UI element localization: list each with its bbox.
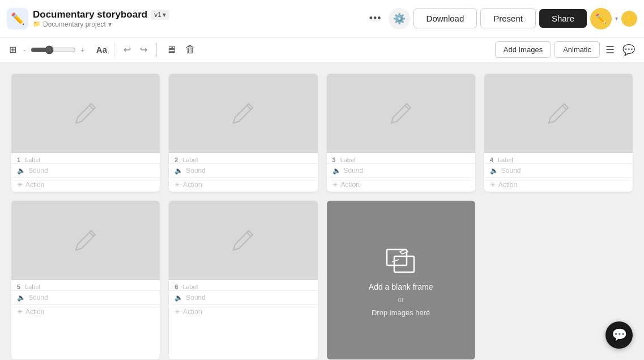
card-label-1: Label xyxy=(25,156,40,163)
card-action-field-2: ✳ Action xyxy=(169,177,317,192)
sound-icon-4: 🔈 xyxy=(490,167,498,175)
pencil-placeholder-icon xyxy=(71,99,100,128)
present-button[interactable]: Present xyxy=(480,9,536,28)
undo-icon: ↩ xyxy=(123,45,131,54)
lightning-badge: ⚡ xyxy=(621,11,637,27)
gear-icon: ⚙️ xyxy=(393,12,406,25)
share-button[interactable]: Share xyxy=(539,9,587,28)
share-screen-icon: 🖥 xyxy=(166,44,176,55)
speaker-notes-icon: 💬 xyxy=(622,44,635,56)
chat-button[interactable]: 💬 xyxy=(605,321,633,349)
app-logo: ✏️ xyxy=(7,8,28,29)
svg-rect-6 xyxy=(387,249,407,265)
action-icon-6: ✳ xyxy=(174,308,180,316)
card-sound-field-3: 🔈 Sound xyxy=(327,163,475,177)
action-icon-5: ✳ xyxy=(17,308,23,316)
sound-label-1: Sound xyxy=(28,167,48,175)
storyboard-card-1: 1 Label 🔈 Sound ✳ Action xyxy=(11,74,160,192)
card-number-6: 6 xyxy=(174,283,178,290)
card-number-5: 5 xyxy=(17,283,20,290)
card-label-5: Label xyxy=(25,283,40,290)
card-meta-4: 4 Label xyxy=(484,153,633,163)
card-meta-5: 5 Label xyxy=(11,280,160,290)
sound-label-3: Sound xyxy=(344,167,364,175)
sound-icon-1: 🔈 xyxy=(17,167,25,175)
storyboard-card-3: 3 Label 🔈 Sound ✳ Action xyxy=(327,74,475,192)
pencil-placeholder-icon-4 xyxy=(544,99,573,128)
grid-view-button[interactable]: ⊞ xyxy=(7,42,19,57)
toolbar: ⊞ - + Aa ↩ ↪ 🖥 🗑 Add Images Animatic ☰ 💬 xyxy=(0,37,644,62)
card-row-1: 1 Label 🔈 Sound ✳ Action xyxy=(11,74,633,192)
redo-button[interactable]: ↪ xyxy=(138,42,150,57)
card-image-2 xyxy=(169,74,317,153)
font-button[interactable]: Aa xyxy=(96,45,107,54)
action-label-4: Action xyxy=(498,181,517,189)
share-screen-button[interactable]: 🖥 xyxy=(164,41,178,58)
action-icon-3: ✳ xyxy=(332,181,338,189)
download-button[interactable]: Download xyxy=(413,9,477,28)
more-options-button[interactable]: ••• xyxy=(366,9,385,28)
add-frame-text: Add a blank frame xyxy=(369,282,433,291)
settings-button[interactable]: ⚙️ xyxy=(389,8,410,29)
folder-icon: 📁 xyxy=(33,20,41,28)
card-number-1: 1 xyxy=(17,156,20,163)
card-number-2: 2 xyxy=(174,156,178,163)
pencil-placeholder-icon-5 xyxy=(71,226,100,255)
drop-images-label: Drop images here xyxy=(372,308,430,317)
action-label-1: Action xyxy=(25,181,44,189)
zoom-plus-icon: + xyxy=(80,45,85,54)
avatar-icon: ✏️ xyxy=(595,13,607,24)
redo-icon: ↪ xyxy=(140,45,147,54)
undo-button[interactable]: ↩ xyxy=(121,42,133,57)
delete-button[interactable]: 🗑 xyxy=(183,41,198,58)
card-action-field-4: ✳ Action xyxy=(484,177,633,192)
grid-icon: ⊞ xyxy=(9,45,16,54)
sound-icon-6: 🔈 xyxy=(174,294,183,302)
card-sound-field-5: 🔈 Sound xyxy=(11,290,160,304)
action-label-3: Action xyxy=(341,181,360,189)
toolbar-separator-2 xyxy=(156,43,157,57)
animatic-button[interactable]: Animatic xyxy=(555,41,600,58)
card-sound-field-6: 🔈 Sound xyxy=(169,290,317,304)
dots-label: ••• xyxy=(369,12,382,24)
user-avatar-button[interactable]: ✏️ xyxy=(590,8,612,29)
title-area: Documentary storyboard v1 ▾ 📁 Documentar… xyxy=(33,9,361,28)
card-meta-2: 2 Label xyxy=(169,153,317,163)
card-number-4: 4 xyxy=(490,156,493,163)
add-frame-icon xyxy=(384,244,418,278)
zoom-slider[interactable] xyxy=(31,45,76,54)
add-images-button[interactable]: Add Images xyxy=(495,41,551,58)
logo-icon: ✏️ xyxy=(11,12,25,26)
speaker-notes-button[interactable]: 💬 xyxy=(620,41,637,58)
card-image-3 xyxy=(327,74,475,153)
list-view-icon: ☰ xyxy=(605,44,615,56)
card-num-label-1: 1 Label xyxy=(17,156,154,163)
version-badge[interactable]: v1 ▾ xyxy=(151,10,169,20)
breadcrumb: 📁 Documentary project ▾ xyxy=(33,20,361,28)
storyboard-card-4: 4 Label 🔈 Sound ✳ Action xyxy=(484,74,633,192)
list-view-button[interactable]: ☰ xyxy=(603,41,617,58)
canvas: 1 Label 🔈 Sound ✳ Action xyxy=(0,62,644,360)
card-sound-field-1: 🔈 Sound xyxy=(11,163,160,177)
action-label-2: Action xyxy=(183,181,202,189)
document-title: Documentary storyboard xyxy=(33,9,147,20)
sound-icon-3: 🔈 xyxy=(332,167,341,175)
card-label-3: Label xyxy=(340,156,356,163)
card-row-2: 5 Label 🔈 Sound ✳ Action xyxy=(11,201,633,359)
card-image-4 xyxy=(484,74,633,153)
card-meta-3: 3 Label xyxy=(327,153,475,163)
trash-icon: 🗑 xyxy=(185,44,195,55)
pencil-placeholder-icon-2 xyxy=(229,99,257,128)
add-frame-or: or xyxy=(398,296,404,304)
lightning-icon: ⚡ xyxy=(625,14,634,23)
add-blank-frame-button[interactable]: Add a blank frame or Drop images here xyxy=(327,201,475,359)
pencil-placeholder-icon-6 xyxy=(229,226,257,255)
chat-icon: 💬 xyxy=(612,328,627,342)
breadcrumb-chevron-icon: ▾ xyxy=(108,20,112,28)
card-sound-field-4: 🔈 Sound xyxy=(484,163,633,177)
card-label-4: Label xyxy=(498,156,513,163)
card-image-6 xyxy=(169,201,317,280)
sound-icon-5: 🔈 xyxy=(17,294,25,302)
action-label-5: Action xyxy=(25,308,44,316)
card-image-5 xyxy=(11,201,160,280)
